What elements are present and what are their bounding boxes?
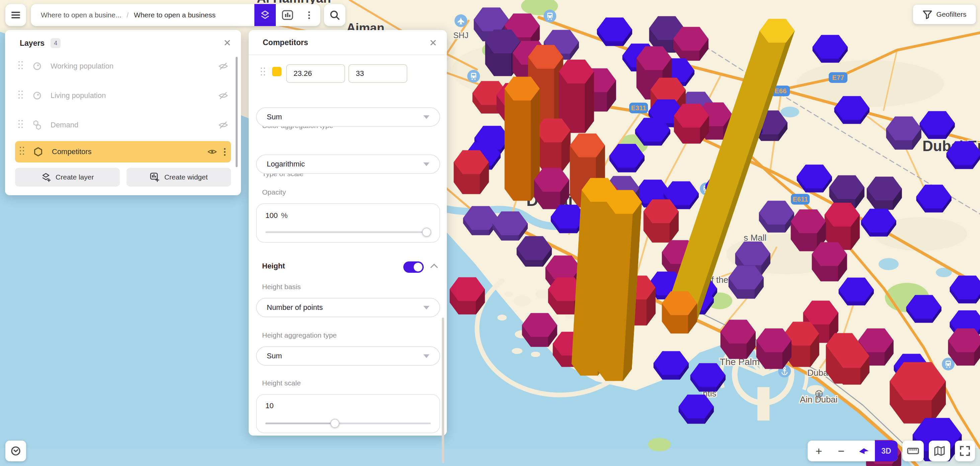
chevron-up-icon[interactable]	[430, 264, 438, 271]
color-aggregation-value: Sum	[267, 113, 282, 121]
hexbin[interactable]	[662, 292, 697, 333]
hexbin[interactable]	[674, 104, 709, 143]
point-layer-icon	[32, 61, 43, 71]
search-button[interactable]	[324, 4, 345, 26]
competitors-scrollbar[interactable]	[442, 318, 444, 463]
more-options-button[interactable]	[301, 4, 317, 26]
layer-row-working-population[interactable]: Working population	[5, 51, 241, 81]
drag-handle-icon[interactable]	[18, 90, 23, 101]
hexbin[interactable]	[721, 320, 756, 359]
create-widget-button[interactable]: Create widget	[127, 168, 231, 187]
hexbin[interactable]	[534, 168, 569, 209]
opacity-value: 100%	[266, 211, 288, 220]
type-of-scale-select[interactable]: Logarithmic	[256, 154, 440, 174]
drag-handle-icon[interactable]	[18, 120, 23, 130]
hexbin[interactable]	[522, 313, 557, 347]
svg-text:E66: E66	[775, 87, 786, 95]
height-scale-label: Height scale	[262, 379, 301, 387]
hexbin[interactable]	[834, 344, 869, 384]
visibility-off-icon[interactable]	[218, 90, 228, 101]
drag-handle-icon[interactable]	[261, 68, 266, 78]
breadcrumb-parent[interactable]: Where to open a busine...	[41, 11, 121, 19]
height-aggregation-select[interactable]: Sum	[256, 346, 440, 366]
color-swatch[interactable]	[272, 67, 282, 76]
bus-poi-icon	[467, 70, 480, 82]
drag-handle-icon[interactable]	[18, 61, 23, 71]
layers-panel-close-button[interactable]: ✕	[222, 38, 232, 48]
hexbin[interactable]	[517, 236, 552, 266]
hexbin[interactable]	[948, 329, 980, 365]
hexagon-layer-icon	[32, 146, 44, 157]
hexbin[interactable]	[886, 117, 921, 149]
opacity-label: Opacity	[262, 188, 286, 196]
layers-scrollbar[interactable]	[235, 57, 238, 167]
opacity-slider-thumb[interactable]	[422, 228, 431, 237]
layer-label: Competitors	[52, 147, 207, 156]
layer-row-demand[interactable]: Demand	[5, 110, 241, 140]
layers-panel-toggle-button[interactable]	[255, 4, 276, 26]
zoom-out-button[interactable]: −	[830, 441, 853, 461]
breadcrumb[interactable]: Where to open a busine... / Where to ope…	[31, 4, 320, 26]
height-scale-slider[interactable]	[266, 423, 431, 424]
search-icon	[329, 10, 340, 21]
time-playback-button[interactable]	[5, 441, 26, 461]
create-layer-button[interactable]: Create layer	[15, 168, 120, 187]
widgets-panel-toggle-button[interactable]	[276, 4, 299, 26]
clock-icon	[10, 445, 22, 457]
height-basis-select[interactable]: Number of points	[256, 298, 440, 317]
measure-button[interactable]	[902, 441, 924, 461]
opacity-control: 100%	[256, 203, 440, 243]
tilt-view-button[interactable]	[853, 441, 875, 461]
hexbin[interactable]	[673, 27, 708, 60]
layer-row-living-population[interactable]: Living population	[5, 81, 241, 110]
road-shield: E611	[791, 194, 810, 204]
layer-row-competitors-selected[interactable]: Competitors	[15, 141, 231, 162]
create-layer-label: Create layer	[56, 173, 94, 181]
3d-mode-button[interactable]: 3D	[875, 441, 898, 461]
hexbin[interactable]	[890, 362, 945, 423]
range-max-input[interactable]: 33	[348, 64, 407, 83]
hexbin[interactable]	[729, 266, 764, 298]
hexbin[interactable]	[812, 243, 847, 281]
plane-poi-icon	[455, 14, 467, 27]
map-label: Duba	[807, 368, 828, 378]
zoom-in-button[interactable]: +	[808, 441, 830, 461]
competitors-settings-panel: Competitors ✕ 23.26 33 Color aggregation…	[249, 30, 447, 436]
divider	[249, 54, 447, 55]
height-scale-slider-thumb[interactable]	[330, 419, 339, 428]
color-aggregation-select[interactable]: Sum	[256, 107, 440, 127]
visibility-off-icon[interactable]	[218, 61, 228, 71]
height-toggle[interactable]	[403, 262, 424, 273]
road-shield: E77	[829, 72, 848, 83]
widget-chart-icon	[281, 9, 294, 21]
hexbin[interactable]	[867, 177, 902, 209]
ruler-icon	[906, 444, 920, 458]
chevron-down-icon	[423, 115, 430, 119]
hexbin[interactable]	[454, 151, 488, 194]
hexbin[interactable]	[756, 329, 791, 369]
hamburger-icon	[11, 12, 20, 18]
filter-funnel-icon	[923, 10, 932, 19]
hex-cluster-layer-icon	[32, 120, 43, 130]
visibility-on-icon[interactable]	[207, 147, 217, 157]
competitors-panel-title: Competitors	[263, 38, 308, 47]
chevron-down-icon	[423, 162, 430, 166]
competitors-panel-close-button[interactable]: ✕	[428, 38, 438, 48]
geofilters-button[interactable]: Geofilters	[913, 5, 976, 24]
visibility-off-icon[interactable]	[218, 120, 228, 130]
breadcrumb-current: Where to open a business	[134, 11, 216, 19]
drag-handle-icon[interactable]	[20, 147, 24, 157]
layer-options-kebab-icon[interactable]	[224, 147, 226, 157]
range-min-input[interactable]: 23.26	[286, 64, 345, 83]
hexbin[interactable]	[644, 200, 678, 243]
fullscreen-button[interactable]	[955, 441, 975, 461]
main-menu-button[interactable]	[5, 4, 26, 26]
opacity-slider[interactable]	[266, 231, 431, 233]
hexbin[interactable]	[759, 201, 794, 232]
hexbin[interactable]	[450, 277, 485, 314]
basemap-style-button[interactable]	[929, 441, 950, 461]
height-aggregation-label: Height aggregation type	[262, 331, 337, 339]
svg-text:E311: E311	[631, 104, 646, 112]
layers-count-badge: 4	[51, 38, 60, 48]
hexbin[interactable]	[536, 119, 570, 172]
